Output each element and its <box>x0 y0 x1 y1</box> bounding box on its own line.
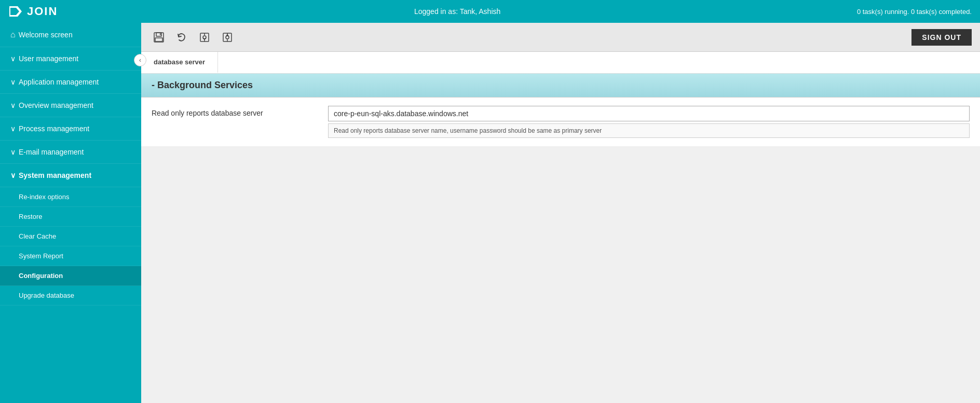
sidebar: ⌂ Welcome screen ∨ User management ∨ App… <box>0 23 141 403</box>
sidebar-sub-item-configuration[interactable]: Configuration <box>0 266 141 286</box>
tasks-status: 0 task(s) running. 0 task(s) completed. <box>857 8 972 16</box>
logged-in-label: Logged in as: Tank, Ashish <box>414 7 500 16</box>
chevron-down-icon: ∨ <box>10 124 16 133</box>
field-input-wrap: Read only reports database server name, … <box>328 106 970 138</box>
sub-item-label: Clear Cache <box>19 232 56 240</box>
section-content: Read only reports database server Read o… <box>141 98 980 147</box>
sidebar-item-label: Welcome screen <box>19 31 73 39</box>
sub-item-label: Restore <box>19 213 43 220</box>
main-content: SIGN OUT database server - Background Se… <box>141 23 980 403</box>
chevron-down-icon: ∨ <box>10 54 16 63</box>
svg-rect-4 <box>155 38 162 41</box>
section-container: - Background Services Read only reports … <box>141 74 980 147</box>
sidebar-sub-item-upgrade-database[interactable]: Upgrade database <box>0 286 141 305</box>
sidebar-collapse-button[interactable]: ‹ <box>134 54 146 66</box>
sidebar-item-process-management[interactable]: ∨ Process management <box>0 117 141 141</box>
save-button[interactable] <box>149 28 168 47</box>
content-area: database server - Background Services Re… <box>141 52 980 403</box>
sidebar-item-welcome[interactable]: ⌂ Welcome screen <box>0 23 141 47</box>
import-icon <box>199 32 210 43</box>
sidebar-sub-item-clear-cache[interactable]: Clear Cache <box>0 227 141 246</box>
sub-item-label: Configuration <box>19 272 63 280</box>
sub-item-label: System Report <box>19 252 63 260</box>
sidebar-item-user-management[interactable]: ∨ User management <box>0 47 141 71</box>
sidebar-item-label: Application management <box>19 78 99 86</box>
field-label-read-only-server: Read only reports database server <box>152 106 318 117</box>
tab-database-server[interactable]: database server <box>141 52 218 73</box>
read-only-server-input[interactable] <box>328 106 970 121</box>
sub-item-label: Re-index options <box>19 193 70 201</box>
sidebar-item-label: E-mail management <box>19 148 84 156</box>
import-button[interactable] <box>195 28 214 47</box>
logo-icon <box>8 4 23 19</box>
sidebar-item-label: User management <box>19 54 78 63</box>
sub-item-label: Upgrade database <box>19 291 74 299</box>
sidebar-sub-item-reindex[interactable]: Re-index options <box>0 187 141 207</box>
sign-out-button[interactable]: SIGN OUT <box>911 29 972 46</box>
field-row-read-only-server: Read only reports database server Read o… <box>141 98 980 147</box>
sidebar-item-system-management[interactable]: ∨ System management <box>0 164 141 187</box>
undo-button[interactable] <box>172 28 191 47</box>
save-icon <box>153 32 165 43</box>
sidebar-sub-item-restore[interactable]: Restore <box>0 207 141 227</box>
sidebar-item-overview-management[interactable]: ∨ Overview management <box>0 94 141 117</box>
sidebar-item-label: System management <box>19 171 91 179</box>
sidebar-item-application-management[interactable]: ∨ Application management <box>0 71 141 94</box>
sidebar-item-label: Overview management <box>19 101 93 109</box>
svg-rect-5 <box>160 33 161 35</box>
chevron-down-icon: ∨ <box>10 148 16 156</box>
undo-icon <box>176 32 187 43</box>
toolbar: SIGN OUT <box>141 23 980 52</box>
chevron-down-icon: ∨ <box>10 78 16 86</box>
home-icon: ⌂ <box>10 30 16 39</box>
field-tooltip: Read only reports database server name, … <box>328 123 970 138</box>
chevron-down-icon: ∨ <box>10 101 16 109</box>
chevron-down-icon: ∨ <box>10 171 16 179</box>
toolbar-buttons <box>149 28 237 47</box>
logo-text: JOIN <box>27 5 58 18</box>
sidebar-sub-item-system-report[interactable]: System Report <box>0 246 141 266</box>
sidebar-item-email-management[interactable]: ∨ E-mail management <box>0 141 141 164</box>
logo-area: JOIN <box>8 4 58 19</box>
sidebar-item-label: Process management <box>19 124 89 133</box>
tab-bar: database server <box>141 52 980 74</box>
top-bar: JOIN Logged in as: Tank, Ashish 0 task(s… <box>0 0 980 23</box>
export-icon <box>222 32 233 43</box>
export-button[interactable] <box>218 28 237 47</box>
section-header: - Background Services <box>141 74 980 98</box>
